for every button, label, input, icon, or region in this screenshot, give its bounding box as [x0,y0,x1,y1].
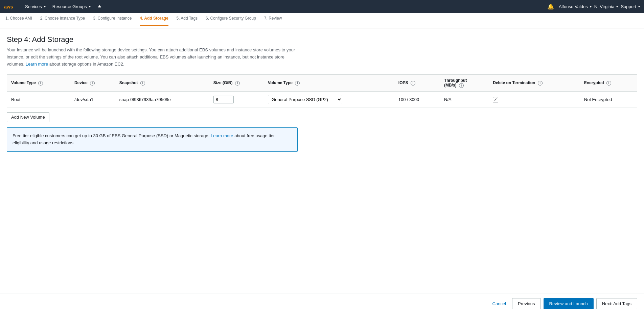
main-content: Step 4: Add Storage Your instance will b… [0,28,644,179]
col-header-volume-type: Volume Type i [7,75,70,92]
wizard-step-choose-ami[interactable]: 1. Choose AMI [5,16,32,26]
services-nav-button[interactable]: Services ▾ [22,3,48,10]
cell-snapshot: snap-0f9367939aa79509e [115,92,209,108]
aws-logo: aws [4,2,17,10]
resource-groups-chevron-icon: ▾ [89,5,91,8]
table-row: Root /dev/sda1 snap-0f9367939aa79509e Ge… [7,92,637,108]
delete-on-termination-checkbox[interactable]: ✓ [493,97,498,102]
iops-info-icon[interactable]: i [411,81,415,86]
free-tier-learn-more-link[interactable]: Learn more [211,133,234,138]
storage-table-wrapper: Volume Type i Device i Snapshot i Size (… [7,74,637,108]
services-label: Services [25,4,42,9]
nav-right: 🔔 Alfonso Valdes ▾ N. Virginia ▾ Support… [545,2,640,11]
wizard-step-review[interactable]: 7. Review [264,16,282,26]
encrypted-info-icon[interactable]: i [606,81,611,86]
page-description-suffix: about storage options in Amazon EC2. [49,62,124,67]
table-header-row: Volume Type i Device i Snapshot i Size (… [7,75,637,92]
cell-volume-type-detail: General Purpose SSD (GP2) Provisioned IO… [264,92,394,108]
size-input[interactable] [213,96,234,103]
bell-icon-button[interactable]: 🔔 [545,2,556,11]
region-chevron-icon: ▾ [616,5,618,8]
throughput-info-icon[interactable]: i [459,83,464,88]
cell-delete-on-termination: ✓ [489,92,580,108]
next-label: Next: Add Tags [602,301,631,306]
review-and-launch-button[interactable]: Review and Launch [544,298,594,309]
cell-size [209,92,264,108]
cell-throughput: N/A [440,92,489,108]
region-label: N. Virginia [594,4,615,9]
cancel-button[interactable]: Cancel [489,299,509,308]
previous-button[interactable]: Previous [512,298,541,309]
top-navigation: aws Services ▾ Resource Groups ▾ ★ 🔔 Alf… [0,0,644,13]
svg-text:aws: aws [4,4,13,9]
bottom-action-bar: Cancel Previous Review and Launch Next: … [0,293,644,314]
col-header-encrypted: Encrypted i [580,75,637,92]
favorites-nav-button[interactable]: ★ [95,2,105,10]
col-header-device: Device i [70,75,115,92]
col-header-volume-type-detail: Volume Type i [264,75,394,92]
next-add-tags-button[interactable]: Next: Add Tags [596,298,637,309]
user-label: Alfonso Valdes [559,4,588,9]
cell-iops: 100 / 3000 [394,92,440,108]
support-chevron-icon: ▾ [638,5,640,8]
nav-left: aws Services ▾ Resource Groups ▾ ★ [4,2,105,10]
previous-label: Previous [518,301,535,306]
wizard-step-add-storage[interactable]: 4. Add Storage [140,16,168,26]
learn-more-storage-link[interactable]: Learn more [26,62,49,67]
add-new-volume-label: Add New Volume [11,115,45,120]
aws-logo-svg: aws [4,2,17,10]
free-tier-info-box: Free tier eligible customers can get up … [7,127,298,152]
resource-groups-label: Resource Groups [52,4,87,9]
col-header-iops: IOPS i [394,75,440,92]
snapshot-info-icon[interactable]: i [140,81,145,86]
page-description: Your instance will be launched with the … [7,47,298,68]
add-new-volume-button[interactable]: Add New Volume [7,112,49,122]
volume-type-info-icon[interactable]: i [38,81,43,86]
volume-type-select[interactable]: General Purpose SSD (GP2) Provisioned IO… [268,95,342,104]
free-tier-learn-more-text: Learn more [211,133,233,138]
review-launch-label: Review and Launch [549,301,588,306]
info-box-text: Free tier eligible customers can get up … [13,133,209,138]
size-info-icon[interactable]: i [235,81,240,86]
wizard-step-configure-instance[interactable]: 3. Configure Instance [93,16,132,26]
volume-type-detail-info-icon[interactable]: i [295,81,300,86]
cell-device: /dev/sda1 [70,92,115,108]
wizard-step-add-tags[interactable]: 5. Add Tags [177,16,198,26]
col-header-snapshot: Snapshot i [115,75,209,92]
services-chevron-icon: ▾ [44,5,46,8]
support-label: Support [621,4,636,9]
col-header-size: Size (GiB) i [209,75,264,92]
page-title: Step 4: Add Storage [7,35,637,44]
user-menu-button[interactable]: Alfonso Valdes ▾ [559,4,592,9]
cell-volume-type: Root [7,92,70,108]
wizard-step-choose-instance-type[interactable]: 2. Choose Instance Type [40,16,85,26]
col-header-throughput: Throughput(MB/s) i [440,75,489,92]
cell-encrypted: Not Encrypted [580,92,637,108]
support-menu-button[interactable]: Support ▾ [621,4,640,9]
device-info-icon[interactable]: i [90,81,95,86]
col-header-delete-on-termination: Delete on Termination i [489,75,580,92]
delete-on-termination-info-icon[interactable]: i [538,81,543,86]
region-menu-button[interactable]: N. Virginia ▾ [594,4,618,9]
wizard-step-configure-security-group[interactable]: 6. Configure Security Group [206,16,256,26]
user-chevron-icon: ▾ [590,5,592,8]
resource-groups-nav-button[interactable]: Resource Groups ▾ [50,3,93,10]
storage-table: Volume Type i Device i Snapshot i Size (… [7,75,637,108]
bell-icon: 🔔 [547,4,554,9]
wizard-steps-bar: 1. Choose AMI 2. Choose Instance Type 3.… [0,13,644,28]
cancel-label: Cancel [492,301,506,306]
learn-more-link-text: Learn more [26,62,48,67]
